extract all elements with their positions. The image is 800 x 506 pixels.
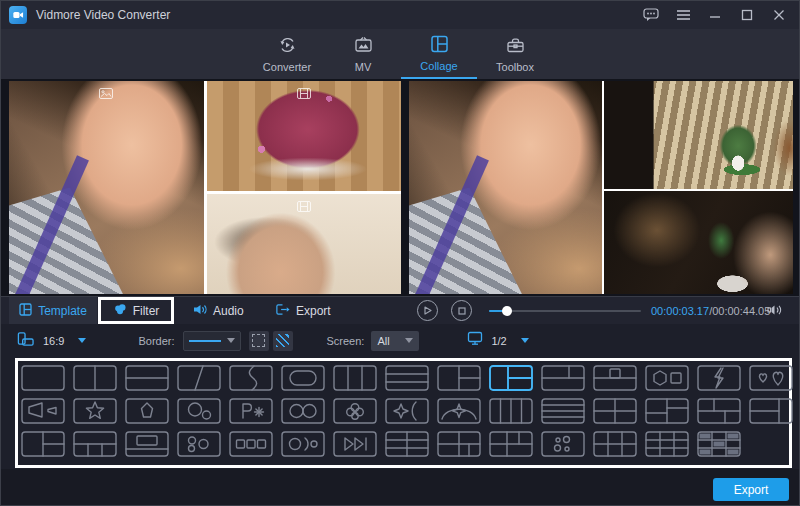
film-icon bbox=[297, 85, 311, 103]
template-option-grid-2x2[interactable] bbox=[593, 398, 637, 424]
aspect-ratio-caret[interactable] bbox=[78, 338, 86, 343]
collage-cell-girl-portrait[interactable] bbox=[9, 81, 204, 294]
template-option-grid-2x2-b[interactable] bbox=[697, 398, 741, 424]
template-row bbox=[21, 398, 786, 424]
play-button[interactable] bbox=[417, 300, 438, 321]
template-option-grid-3x2[interactable] bbox=[593, 431, 637, 457]
template-grid bbox=[15, 358, 792, 468]
template-option-arc-star[interactable] bbox=[437, 398, 481, 424]
template-option-col-right-rows[interactable] bbox=[437, 365, 481, 391]
template-option-diagonal[interactable] bbox=[177, 365, 221, 391]
screen-dropdown[interactable]: All bbox=[371, 331, 419, 351]
template-option-rows-right-col[interactable] bbox=[749, 398, 793, 424]
progress-knob[interactable] bbox=[502, 306, 512, 316]
tab-filter-label: Filter bbox=[133, 304, 160, 318]
filter-icon bbox=[113, 303, 127, 318]
collage-cell-webcam-girl[interactable] bbox=[207, 194, 401, 294]
template-option-cols-2[interactable] bbox=[73, 365, 117, 391]
template-option-dots[interactable] bbox=[541, 431, 585, 457]
nav-item-mv[interactable]: MV bbox=[325, 29, 401, 79]
template-option-star-bracket[interactable] bbox=[385, 398, 429, 424]
menu-icon[interactable] bbox=[675, 7, 691, 23]
template-option-rows-4[interactable] bbox=[541, 398, 585, 424]
template-option-star[interactable] bbox=[73, 398, 117, 424]
nav-label: MV bbox=[355, 61, 372, 73]
template-option-clover[interactable] bbox=[333, 398, 377, 424]
template-option-pentagon[interactable] bbox=[125, 398, 169, 424]
tab-template-label: Template bbox=[38, 304, 87, 318]
total-time: 00:00:44.05 bbox=[712, 305, 770, 317]
template-option-cols-4[interactable] bbox=[489, 398, 533, 424]
template-option-grid-2x3[interactable] bbox=[385, 431, 429, 457]
template-option-rows-3[interactable] bbox=[385, 365, 429, 391]
volume-icon[interactable] bbox=[767, 303, 783, 321]
mv-icon bbox=[354, 36, 373, 58]
template-option-grid-quad-a[interactable] bbox=[437, 431, 481, 457]
control-row: Template Filter Audio Export bbox=[1, 296, 800, 324]
nav-item-converter[interactable]: Converter bbox=[249, 29, 325, 79]
tab-audio[interactable]: Audio bbox=[193, 297, 244, 324]
border-dashed-button[interactable] bbox=[249, 331, 269, 351]
converter-icon bbox=[278, 36, 297, 58]
template-option-rounded-inner[interactable] bbox=[281, 365, 325, 391]
aspect-ratio-icon[interactable] bbox=[17, 331, 34, 351]
template-option-top-bottom-cols3[interactable] bbox=[73, 431, 117, 457]
collage-editor-pane[interactable] bbox=[9, 81, 401, 294]
image-icon bbox=[99, 85, 113, 103]
template-option-megaphone[interactable] bbox=[21, 398, 65, 424]
maximize-icon[interactable] bbox=[739, 7, 755, 23]
nav-label: Collage bbox=[420, 60, 457, 72]
template-option-grid-dense[interactable] bbox=[697, 431, 741, 457]
template-option-circles-3[interactable] bbox=[177, 431, 221, 457]
template-option-circles-Oo[interactable] bbox=[177, 398, 221, 424]
template-option-p-gear[interactable] bbox=[229, 398, 273, 424]
audio-icon bbox=[193, 303, 207, 319]
export-button[interactable]: Export bbox=[713, 478, 789, 501]
nav-item-collage[interactable]: Collage bbox=[401, 29, 477, 79]
tab-filter[interactable]: Filter bbox=[98, 297, 174, 324]
window-title: Vidmore Video Converter bbox=[36, 8, 170, 22]
template-option-left-main-right-rows-selected[interactable] bbox=[489, 365, 533, 391]
template-option-play-arrows[interactable] bbox=[333, 431, 377, 457]
preview-cell-dark-room bbox=[604, 191, 793, 294]
film-icon bbox=[297, 198, 311, 216]
tab-export[interactable]: Export bbox=[275, 297, 331, 324]
template-option-pip-top[interactable] bbox=[593, 365, 637, 391]
border-style-dropdown[interactable] bbox=[183, 331, 241, 351]
template-option-circles-OO[interactable] bbox=[281, 398, 325, 424]
monitor-icon bbox=[467, 331, 483, 350]
screen-label: Screen: bbox=[327, 335, 365, 347]
template-option-rows-2[interactable] bbox=[125, 365, 169, 391]
template-option-hearts[interactable] bbox=[749, 365, 793, 391]
template-option-wave[interactable] bbox=[229, 365, 273, 391]
preview-cell-girl-portrait bbox=[409, 81, 602, 294]
template-icon bbox=[19, 303, 32, 319]
border-pattern-button[interactable] bbox=[273, 331, 293, 351]
template-option-col-right-rows[interactable] bbox=[21, 431, 65, 457]
template-option-squares-3[interactable] bbox=[229, 431, 273, 457]
template-option-hex-square[interactable] bbox=[645, 365, 689, 391]
template-row bbox=[21, 365, 786, 391]
close-icon[interactable] bbox=[771, 7, 787, 23]
progress-slider[interactable] bbox=[489, 310, 641, 312]
template-option-grid-3x3[interactable] bbox=[645, 431, 689, 457]
tab-template[interactable]: Template bbox=[9, 297, 97, 324]
template-option-top-inset[interactable] bbox=[125, 431, 169, 457]
main-nav: ConverterMVCollageToolbox bbox=[1, 29, 800, 79]
template-option-grid-2x2-a[interactable] bbox=[645, 398, 689, 424]
template-option-bolt[interactable] bbox=[697, 365, 741, 391]
collage-cell-birthday-cake[interactable] bbox=[207, 81, 401, 191]
minimize-icon[interactable] bbox=[707, 7, 723, 23]
template-option-circle-arc[interactable] bbox=[281, 431, 325, 457]
feedback-icon[interactable] bbox=[643, 7, 659, 23]
nav-item-toolbox[interactable]: Toolbox bbox=[477, 29, 553, 79]
template-option-cols-3[interactable] bbox=[333, 365, 377, 391]
tab-export-label: Export bbox=[296, 304, 331, 318]
template-option-single[interactable] bbox=[21, 365, 65, 391]
stop-button[interactable] bbox=[451, 300, 472, 321]
playback-time: 00:00:03.17/00:00:44.05 bbox=[651, 305, 770, 317]
template-option-top-right-split[interactable] bbox=[541, 365, 585, 391]
template-option-grid-quad-b[interactable] bbox=[489, 431, 533, 457]
page-caret[interactable] bbox=[521, 338, 529, 343]
collage-icon bbox=[430, 35, 449, 57]
